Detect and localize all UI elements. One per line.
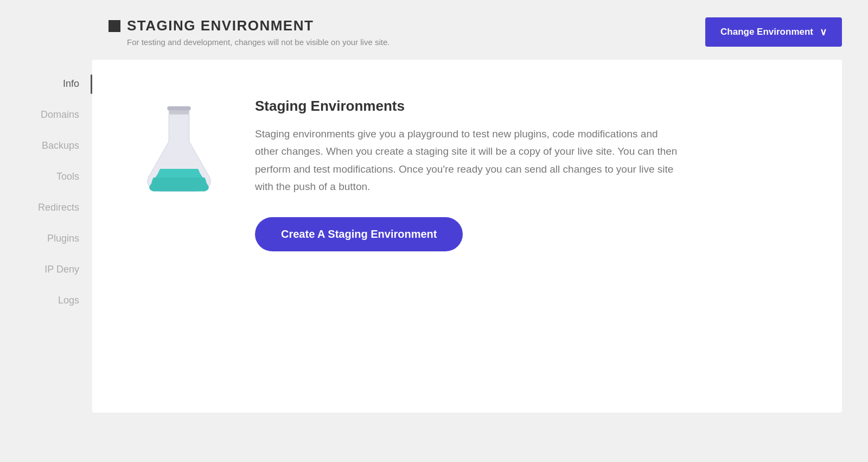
page-subtitle: For testing and development, changes wil… (108, 37, 390, 47)
header-title-row: STAGING ENVIRONMENT (108, 17, 390, 34)
sidebar-item-backups[interactable]: Backups (0, 130, 92, 161)
create-staging-environment-button[interactable]: Create A Staging Environment (255, 217, 463, 251)
page-title: STAGING ENVIRONMENT (127, 17, 314, 34)
change-environment-button[interactable]: Change Environment ∨ (705, 17, 842, 47)
change-env-label: Change Environment (720, 27, 813, 37)
page-header: STAGING ENVIRONMENT For testing and deve… (0, 0, 868, 60)
staging-icon (108, 20, 120, 32)
sidebar-item-domains[interactable]: Domains (0, 99, 92, 130)
chevron-down-icon: ∨ (820, 26, 827, 38)
sidebar-item-redirects[interactable]: Redirects (0, 192, 92, 223)
main-content: Staging Environments Staging environment… (255, 92, 799, 251)
sidebar-item-logs[interactable]: Logs (0, 285, 92, 316)
sidebar-item-ip-deny[interactable]: IP Deny (0, 254, 92, 285)
flask-illustration (136, 92, 222, 195)
sidebar: Info Domains Backups Tools Redirects Plu… (0, 60, 92, 413)
content-area: Staging Environments Staging environment… (92, 60, 842, 413)
sidebar-item-plugins[interactable]: Plugins (0, 223, 92, 254)
sidebar-item-info[interactable]: Info (0, 68, 92, 99)
flask-icon (138, 103, 220, 195)
main-layout: Info Domains Backups Tools Redirects Plu… (0, 60, 868, 413)
svg-rect-1 (167, 106, 190, 111)
content-title: Staging Environments (255, 98, 799, 115)
content-description: Staging environments give you a playgrou… (255, 125, 678, 195)
header-left: STAGING ENVIRONMENT For testing and deve… (108, 17, 390, 47)
sidebar-item-tools[interactable]: Tools (0, 161, 92, 192)
